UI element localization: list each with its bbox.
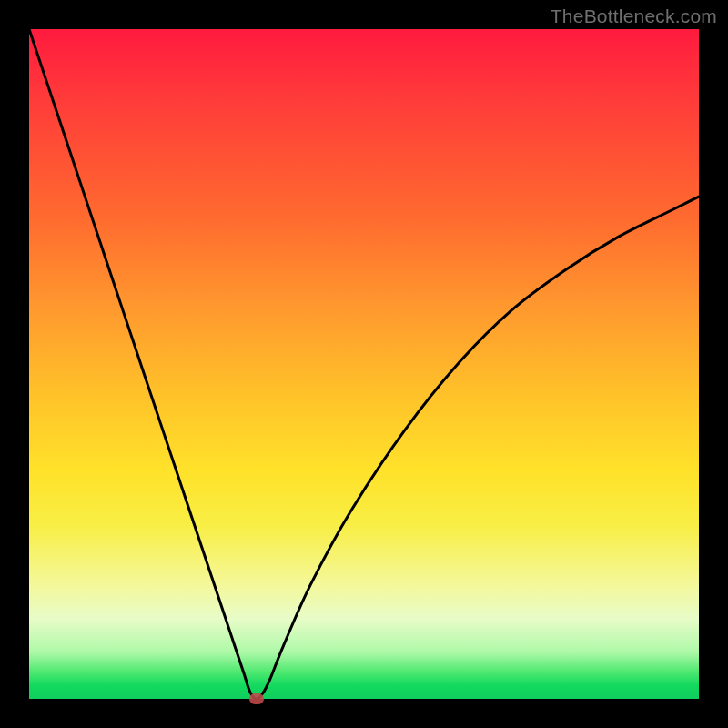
optimal-point-marker <box>249 693 264 704</box>
curve-svg <box>29 29 699 699</box>
chart-frame: TheBottleneck.com <box>0 0 728 728</box>
bottleneck-curve <box>29 29 699 699</box>
watermark-text: TheBottleneck.com <box>551 5 717 27</box>
plot-area <box>29 29 699 699</box>
